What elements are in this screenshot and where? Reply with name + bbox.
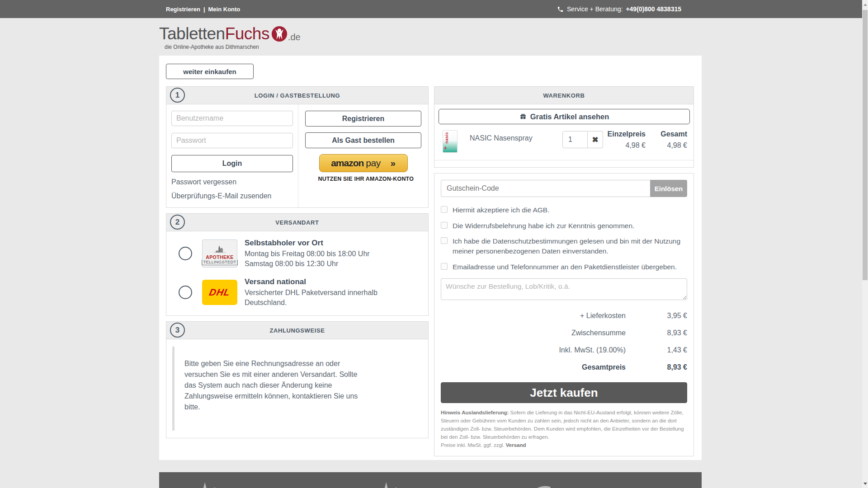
payment-message: Bitte geben Sie eine Rechnungsadresse an… [184, 347, 365, 431]
cart-item-row: nasic + NASIC Nasenspray ✖ Einzelpreis 4… [434, 124, 693, 153]
footer-bodymed-column: BODYMED® Abnehmen mit BODYMED [526, 481, 702, 488]
section-cart-title: WARENKORB [543, 92, 585, 99]
free-items-button[interactable]: Gratis Artikel ansehen [439, 109, 690, 124]
line-total-header: Gesamt [646, 130, 687, 138]
order-summary-panel: Einlösen Hiermit akzeptiere ich die AGB.… [434, 173, 694, 456]
datenschutz-checkbox[interactable] [441, 237, 448, 244]
pickup-logo-line1: APOTHEKE [206, 254, 234, 260]
agb-label: Hiermit akzeptiere ich die AGB. [453, 205, 550, 215]
section-shipping: 2 VERSANDART [166, 213, 429, 316]
widerruf-checkbox[interactable] [441, 222, 448, 229]
total-row-subtotal: Zwischensumme 8,93 € [441, 324, 687, 342]
amazon-caption: NUTZEN SIE IHR AMAZON-KONTO [318, 176, 409, 182]
forgot-password-link[interactable]: Passwort vergessen [171, 178, 298, 186]
agb-checkbox[interactable] [441, 206, 448, 213]
impuls-tellingstedt-logo[interactable]: IMPULS TELLINGSTEDT [347, 481, 433, 488]
paketdienst-label: Emailadresse und Telefonnummer an den Pa… [453, 262, 677, 272]
section-shipping-title: VERSANDART [275, 219, 319, 226]
shipping-option-pickup: APOTHEKE TELLINGSTEDT Selbstabholer vor … [166, 239, 428, 268]
footer-apotheke-column: APOTHEKE TELLINGSTEDT Ihre Hausapotheke … [166, 481, 347, 488]
voucher-code-input[interactable] [441, 180, 650, 197]
line-total-value: 4,98 € [646, 141, 687, 150]
checkbox-row-paketdienst: Emailadresse und Telefonnummer an den Pa… [441, 262, 687, 272]
register-button[interactable]: Registrieren [305, 111, 421, 127]
order-totals: + Lieferkosten 3,95 € Zwischensumme 8,93… [441, 307, 687, 376]
shipping-cost-value: 3,95 € [647, 312, 687, 320]
order-comments-textarea[interactable] [441, 278, 687, 300]
section-payment-title: ZAHLUNGSWEISE [270, 327, 325, 334]
product-image: nasic + [443, 130, 458, 153]
scrollbar-thumb[interactable] [863, 10, 868, 280]
dhl-logo-text: DHL [208, 287, 231, 298]
datenschutz-label: Ich habe die Datenschutzbestimmungen gel… [453, 236, 687, 256]
step-1-badge: 1 [170, 88, 185, 103]
widerruf-label: Die Widerrufsbelehrung habe ich zur Kenn… [453, 221, 634, 231]
scrollbar[interactable] [862, 0, 868, 488]
disclaimer-price-note: Preise inkl. MwSt. ggf. zzgl. [441, 442, 505, 448]
resend-verification-link[interactable]: Überprüfungs-E-Mail zusenden [171, 192, 298, 200]
logo-text-part2: Fuchs [225, 25, 269, 42]
section-payment: 3 ZAHLUNGSWEISE Bitte geben Sie eine Rec… [166, 321, 429, 438]
section-login-title: LOGIN / GASTBESTELLUNG [255, 92, 340, 99]
vat-label: Inkl. MwSt. (19.00%) [559, 346, 626, 354]
service-label: Service + Beratung: [567, 5, 623, 13]
site-header: TablettenFuchs .de die Online-Apotheke a… [0, 18, 868, 50]
scrollbar-down-arrow[interactable] [862, 480, 868, 487]
service-hotline: Service + Beratung: +49(0)800 4838315 [557, 0, 681, 18]
continue-shopping-button[interactable]: weiter einkaufen [166, 64, 254, 79]
my-account-link[interactable]: Mein Konto [208, 6, 241, 13]
dhl-logo: DHL [202, 280, 237, 305]
section-shipping-header: 2 VERSANDART [166, 214, 428, 231]
password-input[interactable] [171, 133, 293, 148]
login-button[interactable]: Login [171, 155, 293, 172]
total-row-grand: Gesamtpreis 8,93 € [441, 359, 687, 376]
pickup-radio[interactable] [179, 247, 192, 260]
site-footer: APOTHEKE TELLINGSTEDT Ihre Hausapotheke … [159, 472, 702, 488]
shipping-cost-label: + Lieferkosten [580, 312, 626, 320]
buy-now-button[interactable]: Jetzt kaufen [441, 382, 687, 403]
service-phone-number: +49(0)800 4838315 [626, 5, 681, 13]
voucher-row: Einlösen [441, 180, 687, 197]
amazon-pay-button[interactable]: amazon pay » [319, 154, 408, 172]
church-icon [170, 481, 247, 488]
voucher-redeem-button[interactable]: Einlösen [650, 180, 687, 197]
paketdienst-checkbox[interactable] [441, 263, 448, 270]
scrollbar-up-arrow[interactable] [862, 1, 868, 8]
amazon-pay-text: pay [366, 158, 380, 169]
dhl-title: Versand national [245, 277, 380, 286]
disclaimer-lead: Hinweis Auslandslieferung: [441, 410, 509, 415]
unit-price-column: Einzelpreis 4,98 € [608, 130, 646, 150]
church-icon [352, 481, 429, 488]
site-logo[interactable]: TablettenFuchs .de [159, 25, 868, 42]
remove-x-icon: ✖ [592, 136, 598, 144]
section-login-header: 1 LOGIN / GASTBESTELLUNG [166, 87, 428, 104]
pickup-hours-saturday: Samstag 08:00 bis 12:30 Uhr [245, 259, 380, 269]
account-links: Registrieren | Mein Konto [166, 0, 240, 18]
checkbox-row-widerruf: Die Widerrufsbelehrung habe ich zur Kenn… [441, 221, 687, 231]
shipping-disclaimer: Hinweis Auslandslieferung: Sofern die Li… [441, 409, 687, 449]
quantity-input[interactable] [562, 131, 588, 148]
footer-impuls-column: IMPULS TELLINGSTEDT Veranstaltungen in T… [347, 481, 526, 488]
amazon-logo-text: amazon [331, 158, 363, 169]
free-items-button-label: Gratis Artikel ansehen [530, 113, 609, 121]
dhl-radio[interactable] [179, 286, 192, 299]
pickup-logo: APOTHEKE TELLINGSTEDT [202, 239, 237, 267]
checkbox-row-agb: Hiermit akzeptiere ich die AGB. [441, 205, 687, 215]
grand-total-label: Gesamtpreis [582, 363, 626, 371]
guest-order-button[interactable]: Als Gast bestellen [305, 132, 421, 148]
apotheke-tellingstedt-logo[interactable]: APOTHEKE TELLINGSTEDT [166, 481, 252, 488]
unit-price-header: Einzelpreis [608, 130, 646, 138]
section-payment-header: 3 ZAHLUNGSWEISE [166, 322, 428, 339]
unit-price-value: 4,98 € [608, 141, 646, 150]
username-input[interactable] [171, 111, 293, 126]
register-link[interactable]: Registrieren [166, 6, 200, 13]
consent-checkboxes: Hiermit akzeptiere ich die AGB. Die Wide… [441, 205, 687, 272]
section-cart: WARENKORB Gratis Artikel ansehen nasic +… [434, 86, 694, 168]
amazon-chevrons: » [391, 158, 396, 169]
line-total-column: Gesamt 4,98 € [646, 130, 687, 150]
shipping-info-link[interactable]: Versand [506, 442, 526, 448]
remove-item-button[interactable]: ✖ [588, 131, 603, 148]
bodymed-logo[interactable]: BODYMED® [526, 481, 630, 488]
grand-total-value: 8,93 € [647, 363, 687, 371]
subtotal-label: Zwischensumme [571, 329, 626, 337]
